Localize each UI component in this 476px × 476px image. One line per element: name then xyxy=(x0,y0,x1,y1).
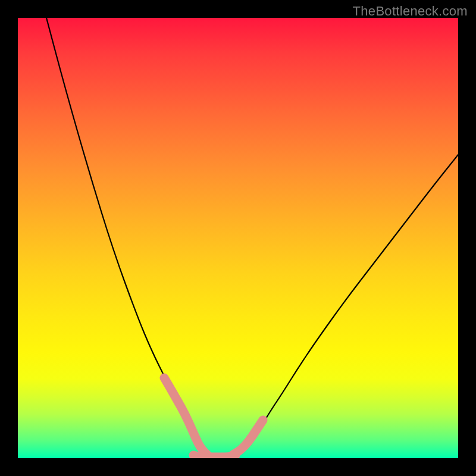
left-curve xyxy=(46,18,211,457)
chart-frame: TheBottleneck.com xyxy=(0,0,476,476)
flat-bottom-highlight xyxy=(193,455,236,457)
right-highlight xyxy=(233,420,263,455)
watermark-text: TheBottleneck.com xyxy=(353,4,468,19)
right-curve xyxy=(226,155,458,457)
curve-layer xyxy=(18,18,458,458)
left-highlight xyxy=(164,378,208,456)
plot-area xyxy=(18,18,458,458)
